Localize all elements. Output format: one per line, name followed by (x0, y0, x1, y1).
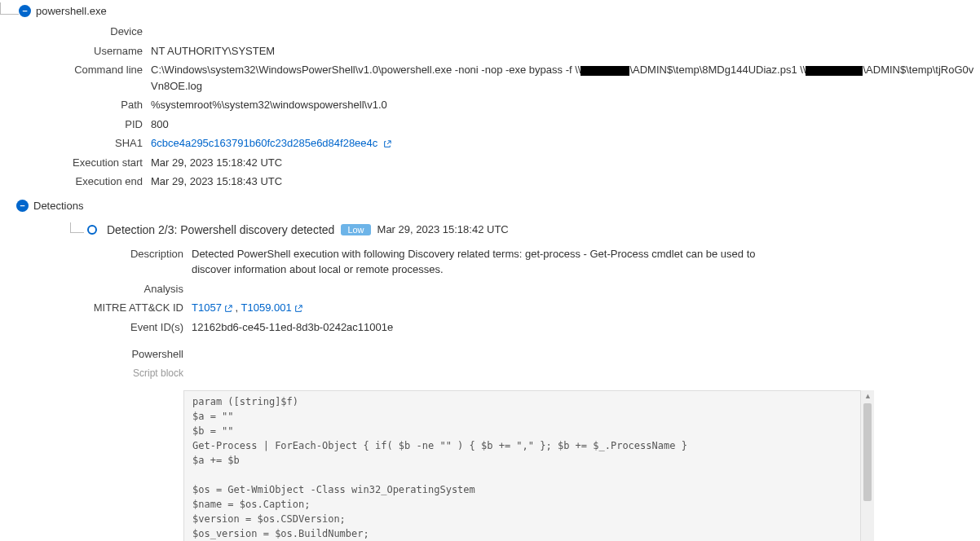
powershell-label: Powershell (77, 346, 192, 363)
eventid-label: Event ID(s) (77, 319, 192, 336)
sha1-link[interactable]: 6cbce4a295c163791b60fc23d285e6d84f28ee4c (151, 135, 980, 152)
tree-elbow (70, 222, 84, 233)
analysis-value (192, 281, 980, 297)
mitre-1-text: T1057 (192, 301, 222, 314)
description-label: Description (77, 246, 192, 278)
sha1-text: 6cbce4a295c163791b60fc23d285e6d84f28ee4c (151, 137, 377, 149)
tree-elbow (0, 2, 19, 15)
process-name: powershell.exe (31, 5, 107, 17)
process-details: Device UsernameNT AUTHORITY\SYSTEM Comma… (45, 22, 980, 191)
detection-header-row: Detection 2/3: Powershell discovery dete… (49, 223, 980, 236)
exec-start-label: Execution start (45, 155, 151, 171)
description-value: Detected PowerShell execution with follo… (192, 246, 795, 278)
cmdline-part-1: C:\Windows\system32\WindowsPowerShell\v1… (151, 64, 580, 76)
analysis-label: Analysis (77, 281, 192, 297)
exec-end-value: Mar 29, 2023 15:18:43 UTC (151, 174, 980, 190)
redacted-host-1 (580, 66, 629, 76)
detection-details: DescriptionDetected PowerShell execution… (77, 244, 980, 382)
commandline-label: Command line (45, 62, 151, 94)
path-label: Path (45, 97, 151, 113)
detection-timestamp: Mar 29, 2023 15:18:42 UTC (377, 223, 509, 235)
script-block-text[interactable]: param ([string]$f) $a = "" $b = "" Get-P… (183, 390, 874, 542)
mitre-2-text: T1059.001 (241, 301, 292, 314)
detections-label: Detections (29, 200, 83, 212)
collapse-button[interactable] (19, 5, 31, 17)
process-node-row: powershell.exe (0, 0, 980, 17)
script-block-container: param ([string]$f) $a = "" $b = "" Get-P… (183, 390, 874, 542)
detection-bullet-icon (87, 225, 97, 235)
scrollbar-vertical[interactable]: ▲ ▼ (860, 390, 874, 542)
path-value: %systemroot%\system32\windowspowershell\… (151, 97, 980, 113)
device-value (151, 24, 980, 40)
external-link-icon (383, 140, 391, 148)
collapse-button[interactable] (16, 200, 29, 212)
sha1-label: SHA1 (45, 135, 151, 152)
mitre-sep: , (236, 301, 241, 314)
severity-badge: Low (341, 224, 370, 235)
mitre-link-1[interactable]: T1057 (192, 301, 232, 314)
mitre-link-2[interactable]: T1059.001 (241, 301, 302, 314)
commandline-value: C:\Windows\system32\WindowsPowerShell\v1… (151, 62, 980, 94)
eventid-value: 12162bd6-ce45-11ed-8d3b-0242ac11001e (192, 319, 980, 336)
script-block-label: Script block (77, 366, 192, 380)
scroll-thumb[interactable] (863, 403, 872, 501)
mitre-value: T1057 , T1059.001 (192, 300, 980, 316)
external-link-icon (224, 305, 232, 313)
pid-value: 800 (151, 117, 980, 133)
external-link-icon (294, 305, 302, 313)
mitre-label: MITRE ATT&CK ID (77, 300, 192, 316)
exec-start-value: Mar 29, 2023 15:18:42 UTC (151, 155, 980, 171)
username-value: NT AUTHORITY\SYSTEM (151, 43, 980, 59)
pid-label: PID (45, 117, 151, 133)
device-label: Device (45, 24, 151, 40)
username-label: Username (45, 43, 151, 59)
exec-end-label: Execution end (45, 174, 151, 190)
redacted-host-2 (806, 66, 863, 76)
cmdline-part-2: \ADMIN$\temp\8MDg144UDiaz.ps1 \\ (629, 64, 806, 76)
detections-node-row: Detections (16, 200, 980, 212)
detection-title: Detection 2/3: Powershell discovery dete… (107, 223, 334, 236)
scroll-up-arrow-icon[interactable]: ▲ (864, 392, 872, 400)
